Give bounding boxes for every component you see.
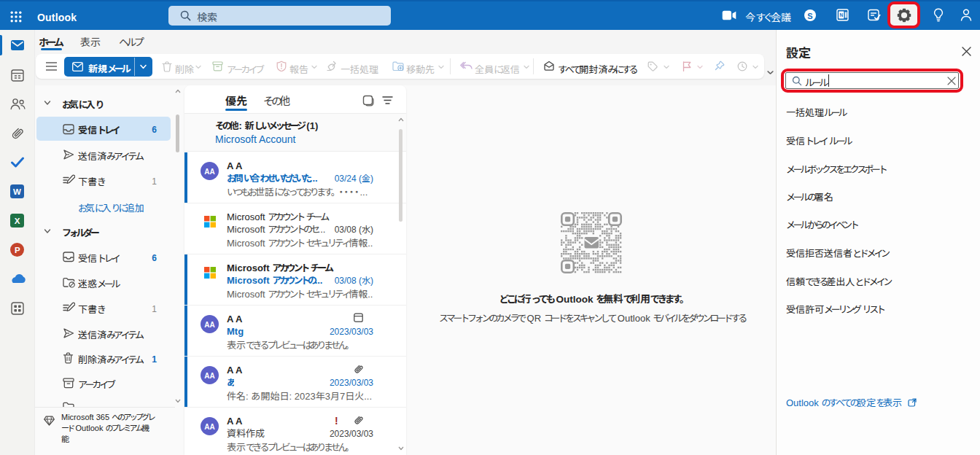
- svg-text:X: X: [15, 217, 20, 225]
- svg-text:N: N: [839, 12, 843, 18]
- svg-text:W: W: [13, 187, 21, 196]
- svg-text:P: P: [15, 246, 20, 254]
